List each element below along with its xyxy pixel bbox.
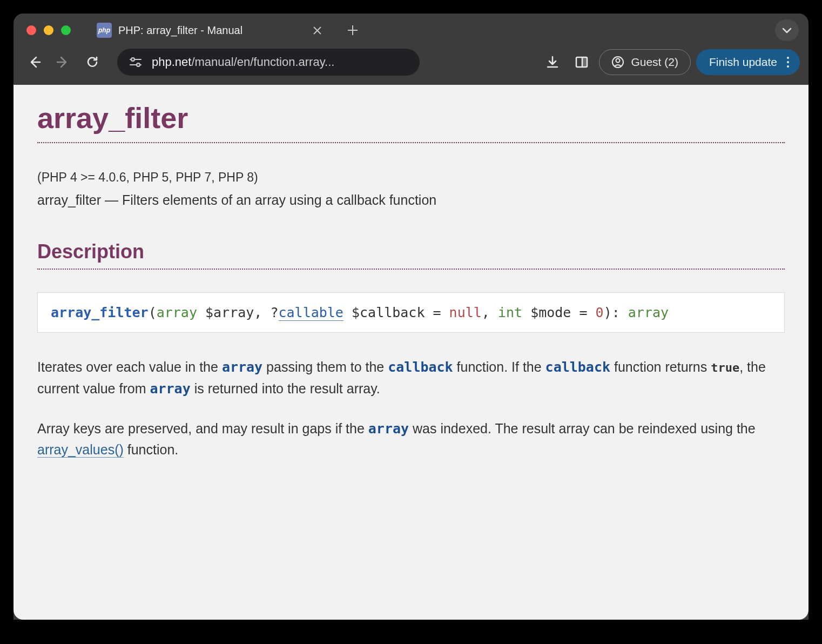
section-heading-description: Description [37, 240, 785, 270]
url-text: php.net/manual/en/function.array... [152, 55, 334, 69]
chevron-down-icon [782, 27, 792, 33]
svg-point-0 [131, 58, 134, 61]
toolbar: php.net/manual/en/function.array... Gues… [14, 47, 808, 85]
svg-point-5 [616, 59, 620, 63]
tab-favicon: php [97, 23, 112, 38]
back-button[interactable] [22, 50, 46, 74]
tune-icon [129, 57, 142, 68]
finish-update-label: Finish update [709, 56, 777, 69]
close-tab-button[interactable] [313, 26, 326, 35]
callable-type-link[interactable]: callable [279, 305, 343, 321]
close-icon [313, 26, 322, 35]
browser-window: php PHP: array_filter - Manual [0, 0, 822, 644]
address-bar[interactable]: php.net/manual/en/function.array... [117, 49, 420, 76]
forward-button[interactable] [51, 50, 75, 74]
maximize-window-button[interactable] [61, 25, 71, 35]
reload-icon [85, 55, 99, 69]
minimize-window-button[interactable] [44, 25, 53, 35]
description-paragraph-2: Array keys are preserved, and may result… [37, 418, 785, 461]
user-icon [611, 56, 624, 69]
tab-bar: php PHP: array_filter - Manual [14, 14, 808, 47]
browser-tab[interactable]: php PHP: array_filter - Manual [87, 16, 335, 44]
description-paragraph-1: Iterates over each value in the array pa… [37, 357, 785, 400]
panel-icon [575, 55, 589, 69]
function-signature: array_filter(array $array, ?callable $ca… [37, 292, 785, 333]
browser-chrome: php PHP: array_filter - Manual [14, 14, 808, 620]
close-window-button[interactable] [26, 25, 36, 35]
tab-title: PHP: array_filter - Manual [118, 24, 306, 37]
svg-rect-3 [582, 57, 587, 67]
profile-label: Guest (2) [631, 56, 678, 69]
site-settings-button[interactable] [129, 57, 142, 68]
arrow-left-icon [27, 55, 41, 69]
plus-icon [347, 25, 358, 36]
page-title: array_filter [37, 101, 785, 143]
download-icon [545, 55, 560, 69]
version-info: (PHP 4 >= 4.0.6, PHP 5, PHP 7, PHP 8) [37, 170, 785, 185]
new-tab-button[interactable] [347, 25, 358, 36]
menu-icon [787, 57, 789, 68]
page-content: array_filter (PHP 4 >= 4.0.6, PHP 5, PHP… [14, 85, 808, 620]
finish-update-button[interactable]: Finish update [696, 49, 800, 75]
arrow-right-icon [56, 55, 70, 69]
window-controls [26, 25, 71, 35]
side-panel-button[interactable] [570, 50, 594, 74]
tab-search-button[interactable] [775, 19, 799, 41]
reload-button[interactable] [80, 50, 104, 74]
function-summary: array_filter — Filters elements of an ar… [37, 192, 785, 208]
downloads-button[interactable] [541, 50, 564, 74]
svg-point-1 [137, 63, 140, 66]
profile-button[interactable]: Guest (2) [599, 49, 691, 75]
array-values-link[interactable]: array_values() [37, 442, 124, 458]
